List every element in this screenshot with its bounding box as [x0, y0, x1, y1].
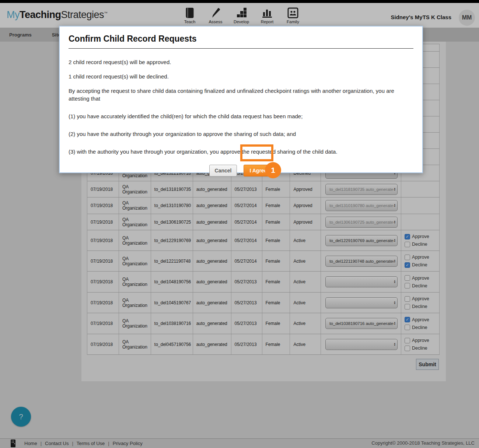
annotation-step-badge: 1	[265, 162, 281, 178]
cancel-button[interactable]: Cancel	[209, 165, 237, 176]
modal-paragraph: (1) you have accurately identified the c…	[69, 112, 411, 120]
modal-paragraph: (2) you have the authority through your …	[69, 130, 411, 138]
modal-paragraph: 2 child record request(s) will be approv…	[69, 58, 411, 66]
modal-paragraph: (3) with the authority you have through …	[69, 148, 411, 156]
modal-title: Confirm Child Record Requests	[69, 34, 413, 44]
confirm-child-record-requests-modal: Confirm Child Record Requests 2 child re…	[59, 26, 423, 173]
modal-paragraph: By accepting the request to share child …	[69, 87, 411, 103]
modal-actions: Cancel I Agree	[69, 165, 413, 176]
modal-paragraph: 1 child record request(s) will be declin…	[69, 73, 411, 81]
modal-title-rule	[69, 48, 413, 49]
